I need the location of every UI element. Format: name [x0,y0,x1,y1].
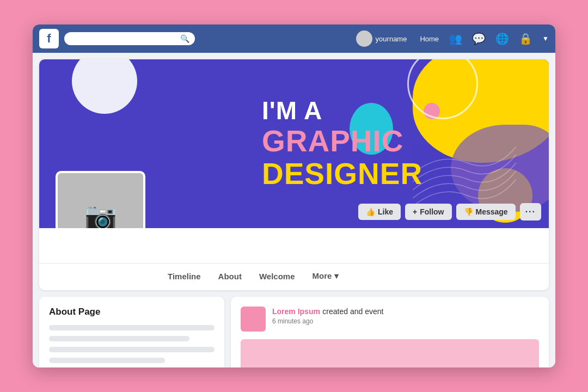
cover-text: I'M A GRAPHIC DESIGNER [262,97,422,191]
cover-line1: I'M A [262,97,422,125]
search-icon: 🔍 [180,34,189,43]
tab-more[interactable]: More ▾ [304,265,347,289]
profile-nav: Timeline About Welcome More ▾ [39,263,549,290]
search-bar[interactable]: 🔍 [64,32,195,45]
camera-icon: 📷 [84,201,117,229]
plus-icon: + [413,207,417,216]
profile-container: I'M A GRAPHIC DESIGNER 👍 Like + Follow [39,59,549,290]
feed-meta: Lorem Ipsum created and event 6 minutes … [272,307,539,332]
feed-text: Lorem Ipsum created and event [272,307,539,316]
nav-user: yourname [356,30,407,47]
about-line-1 [49,325,215,330]
friends-icon[interactable]: 👥 [449,32,462,45]
feed-action-text: created and event [322,307,383,316]
tab-timeline[interactable]: Timeline [159,265,210,289]
shape-white-circle [72,59,137,114]
wave-lines [407,146,516,212]
navbar: f 🔍 yourname Home 👥 💬 🌐 🔒 ▼ [33,24,555,53]
nav-dropdown[interactable]: ▼ [542,35,549,42]
message-icon: 👎 [464,207,473,216]
browser-window: f 🔍 yourname Home 👥 💬 🌐 🔒 ▼ [33,24,555,367]
cover-line3: DESIGNER [262,157,422,191]
cover-line2: GRAPHIC [262,125,422,158]
globe-icon[interactable]: 🌐 [495,32,509,45]
feed-post: Lorem Ipsum created and event 6 minutes … [241,307,539,332]
tab-about[interactable]: About [210,265,250,289]
cover-photo: I'M A GRAPHIC DESIGNER 👍 Like + Follow [39,59,549,228]
facebook-logo: f [39,29,59,48]
messenger-icon[interactable]: 💬 [472,32,486,45]
follow-button[interactable]: + Follow [405,204,452,220]
like-button[interactable]: 👍 Like [358,204,401,220]
feed-image [241,339,539,367]
feed-panel: Lorem Ipsum created and event 6 minutes … [231,297,549,367]
main-content: I'M A GRAPHIC DESIGNER 👍 Like + Follow [33,53,555,367]
about-line-3 [49,347,215,352]
nav-avatar [356,30,372,47]
feed-time: 6 minutes ago [272,317,539,325]
lock-icon[interactable]: 🔒 [519,32,532,45]
about-line-2 [49,336,189,341]
search-input[interactable] [70,35,177,43]
home-link[interactable]: Home [420,35,439,43]
about-panel: About Page [39,297,224,367]
like-icon: 👍 [366,207,375,216]
profile-photo: 📷 [56,171,145,228]
feed-avatar [241,307,266,332]
message-button[interactable]: 👎 Message [456,204,516,220]
nav-username: yourname [376,35,407,43]
nav-links: Home 👥 💬 🌐 🔒 ▼ [420,32,549,45]
bottom-panels: About Page Lorem Ipsum created and event [39,297,549,367]
feed-username: Lorem Ipsum [272,307,320,316]
cover-actions: 👍 Like + Follow 👎 Message ··· [358,203,541,220]
tab-welcome[interactable]: Welcome [250,265,304,289]
about-title: About Page [49,307,215,317]
more-button[interactable]: ··· [520,203,541,220]
about-line-4 [49,358,165,363]
